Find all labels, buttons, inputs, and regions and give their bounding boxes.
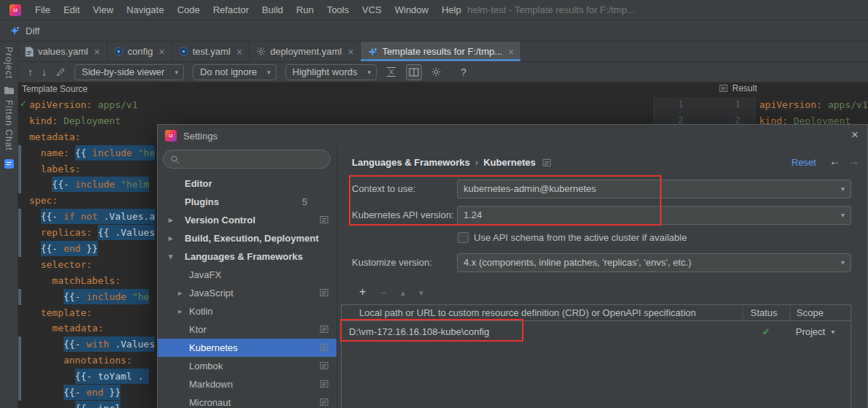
- chevron-down-icon: ▾: [174, 69, 178, 76]
- tree-collapsed-icon: ▸: [178, 288, 183, 298]
- api-schema-checkbox[interactable]: [458, 232, 469, 243]
- settings-tree-item-plugins[interactable]: Plugins5: [158, 193, 337, 211]
- settings-tree-item-ktor[interactable]: Ktor: [158, 320, 337, 339]
- settings-tree-item-editor[interactable]: Editor: [158, 174, 337, 193]
- tab-config[interactable]: config×: [107, 42, 172, 61]
- diff-header: Diff: [0, 20, 868, 42]
- tree-item-label: Editor: [185, 178, 212, 189]
- close-icon[interactable]: ×: [851, 128, 859, 141]
- search-icon: [170, 155, 180, 164]
- tab-label: Template results for F:/tmp...: [382, 46, 502, 57]
- tree-item-label: Kotlin: [189, 306, 213, 317]
- close-tab-icon[interactable]: ×: [159, 46, 165, 58]
- ignore-mode-select[interactable]: Do not ignore ▾: [193, 64, 277, 80]
- menu-refactor[interactable]: Refactor: [207, 0, 256, 20]
- tree-item-label: Plugins: [185, 196, 219, 207]
- menu-help[interactable]: Help: [435, 0, 468, 20]
- gutter-row: 11: [654, 97, 755, 113]
- collapse-unchanged-icon[interactable]: [385, 66, 397, 77]
- result-pane-icon: [719, 84, 728, 93]
- settings-tree-item-kubernetes[interactable]: Kubernetes: [158, 339, 337, 357]
- chevron-down-icon: ▾: [841, 207, 845, 224]
- close-tab-icon[interactable]: ×: [94, 46, 100, 58]
- annotation-rectangle-context: [349, 175, 661, 226]
- settings-tree-item-micronaut[interactable]: Micronaut: [158, 393, 337, 408]
- template-result-icon: [367, 47, 377, 57]
- chevron-down-icon: ▾: [367, 69, 371, 76]
- back-icon[interactable]: ←: [829, 155, 840, 167]
- crd-scope-select[interactable]: Project▾: [790, 321, 850, 342]
- next-change-icon[interactable]: ↓: [42, 67, 47, 77]
- tab-template-results-for-f-tmp[interactable]: Template results for F:/tmp...×: [361, 42, 521, 61]
- tree-expanded-icon: ▾: [169, 252, 173, 261]
- tab-test-yaml[interactable]: test.yaml×: [172, 42, 250, 61]
- menu-navigate[interactable]: Navigate: [120, 0, 170, 20]
- settings-tree-item-build-execution-deployment[interactable]: ▸Build, Execution, Deployment: [158, 229, 337, 247]
- tab-deployment-yaml[interactable]: deployment.yaml×: [250, 42, 361, 61]
- kustomize-label: Kustomize version:: [352, 257, 432, 269]
- menu-file[interactable]: File: [28, 0, 57, 20]
- kubeconfig-file-icon: [114, 47, 123, 56]
- plugin-settings-icon: [320, 325, 329, 334]
- diff-icon: [9, 26, 20, 36]
- intellij-logo-text: IJ: [13, 8, 17, 12]
- menu-build[interactable]: Build: [256, 0, 290, 20]
- tree-item-label: Ktor: [189, 324, 207, 335]
- settings-tree-item-kotlin[interactable]: ▸Kotlin: [158, 302, 337, 320]
- menu-edit[interactable]: Edit: [57, 0, 86, 20]
- close-tab-icon[interactable]: ×: [347, 46, 353, 58]
- project-tool-button[interactable]: Project: [4, 47, 14, 79]
- code-line: apiVersion: apps/v1: [756, 97, 868, 113]
- menu-window[interactable]: Window: [388, 0, 435, 20]
- scope-value: Project: [796, 326, 825, 337]
- add-icon[interactable]: +: [359, 286, 366, 298]
- forward-icon[interactable]: →: [848, 155, 859, 167]
- settings-tree-item-languages-frameworks[interactable]: ▾Languages & Frameworks: [158, 247, 337, 266]
- breadcrumb-separator-icon: ›: [475, 157, 478, 168]
- settings-tree-item-javafx[interactable]: JavaFX: [158, 266, 337, 284]
- editor-tabs: values.yaml×config×test.yaml×deployment.…: [18, 42, 868, 62]
- previous-change-icon[interactable]: ↑: [28, 67, 33, 77]
- kubernetes-plugin-icon: [542, 158, 551, 167]
- folder-icon[interactable]: [4, 85, 15, 95]
- settings-dialog: IJ Settings × EditorPlugins5▸Version Con…: [157, 124, 868, 408]
- tab-values-yaml[interactable]: values.yaml×: [18, 42, 107, 61]
- divider: [337, 147, 337, 408]
- menu-vcs[interactable]: VCS: [356, 0, 388, 20]
- annotation-rectangle-path: [340, 319, 523, 342]
- settings-search-input[interactable]: [163, 150, 331, 169]
- menu-code[interactable]: Code: [171, 0, 207, 20]
- viewer-mode-select[interactable]: Side-by-side viewer ▾: [74, 64, 184, 80]
- help-icon[interactable]: ?: [461, 67, 466, 77]
- settings-tree-item-version-control[interactable]: ▸Version Control: [158, 211, 337, 229]
- move-down-icon[interactable]: ▼: [418, 290, 425, 297]
- diff-toolbar: ↑ ↓ Side-by-side viewer ▾ Do not ignore …: [18, 62, 868, 82]
- split-view-toggle[interactable]: [406, 64, 422, 80]
- chevron-down-icon: ▾: [831, 328, 834, 336]
- chevron-down-icon: ▾: [841, 254, 845, 272]
- menu-run[interactable]: Run: [290, 0, 320, 20]
- tree-item-label: Micronaut: [189, 397, 231, 408]
- settings-tree-item-markdown[interactable]: Markdown: [158, 375, 337, 393]
- chevron-down-icon: ▾: [841, 180, 845, 198]
- menu-view[interactable]: View: [86, 0, 120, 20]
- fitten-chat-tool-button[interactable]: Fitten Chat: [4, 100, 14, 151]
- remove-icon[interactable]: −: [380, 288, 386, 298]
- highlight-mode-select[interactable]: Highlight words ▾: [285, 64, 377, 80]
- edit-pencil-icon[interactable]: [55, 67, 66, 77]
- kustomize-select[interactable]: 4.x (components, inline patches, 'replic…: [457, 253, 851, 272]
- move-up-icon[interactable]: ▲: [399, 290, 407, 297]
- settings-tree-item-lombok[interactable]: Lombok: [158, 357, 337, 375]
- gear-icon[interactable]: [431, 66, 442, 77]
- breadcrumb-parent[interactable]: Languages & Frameworks: [352, 157, 470, 168]
- tree-item-label: JavaScript: [189, 288, 234, 299]
- fitten-chat-icon[interactable]: [4, 158, 15, 169]
- tree-item-label: Build, Execution, Deployment: [185, 233, 318, 244]
- settings-tree-item-javascript[interactable]: ▸JavaScript: [158, 284, 337, 302]
- close-tab-icon[interactable]: ×: [237, 46, 242, 58]
- menu-tools[interactable]: Tools: [320, 0, 356, 20]
- tree-item-label: Lombok: [189, 361, 223, 372]
- reset-link[interactable]: Reset: [791, 157, 816, 168]
- tree-collapsed-icon: ▸: [169, 215, 173, 225]
- close-tab-icon[interactable]: ×: [508, 46, 514, 58]
